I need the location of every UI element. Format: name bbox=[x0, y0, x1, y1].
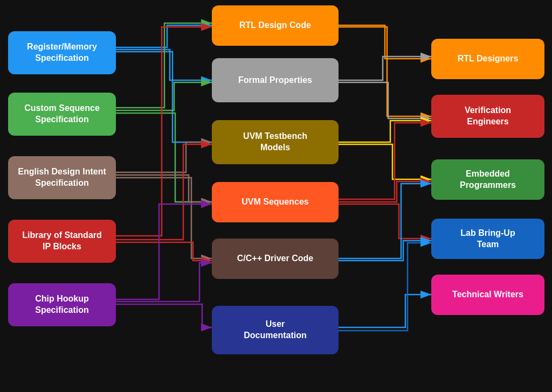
custom-sequence-node: Custom SequenceSpecification bbox=[8, 93, 116, 136]
formal-properties-node: Formal Properties bbox=[212, 58, 339, 102]
rtl-design-code-node: RTL Design Code bbox=[212, 5, 339, 46]
lab-bringup-node: Lab Bring-UpTeam bbox=[431, 219, 544, 259]
verification-engineers-node: VerificationEngineers bbox=[431, 95, 544, 138]
uvm-testbench-node: UVM TestbenchModels bbox=[212, 120, 339, 164]
register-memory-node: Register/MemorySpecification bbox=[8, 31, 116, 74]
embedded-programmers-node: EmbeddedProgrammers bbox=[431, 159, 544, 200]
chip-hookup-node: Chip HookupSpecification bbox=[8, 283, 116, 326]
english-design-node: English Design IntentSpecification bbox=[8, 156, 116, 199]
cpp-driver-node: C/C++ Driver Code bbox=[212, 239, 339, 279]
rtl-designers-node: RTL Designers bbox=[431, 39, 544, 79]
uvm-sequences-node: UVM Sequences bbox=[212, 182, 339, 222]
diagram: Register/MemorySpecification Custom Sequ… bbox=[0, 0, 552, 392]
technical-writers-node: Technical Writers bbox=[431, 275, 544, 315]
user-documentation-node: UserDocumentation bbox=[212, 306, 339, 354]
library-ip-node: Library of StandardIP Blocks bbox=[8, 220, 116, 263]
